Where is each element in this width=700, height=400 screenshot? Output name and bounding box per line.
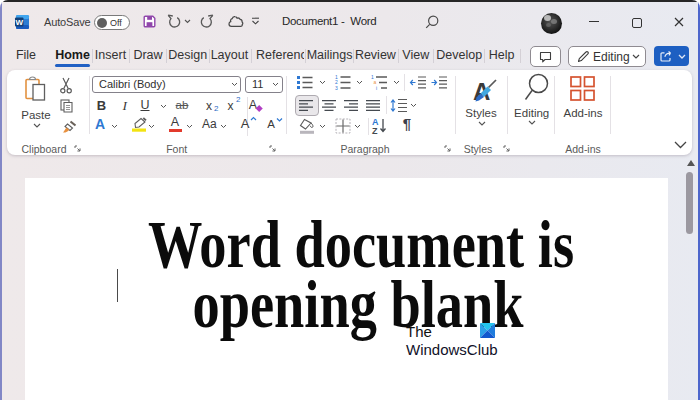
svg-text:Z: Z xyxy=(372,126,378,136)
svg-text:i: i xyxy=(376,85,377,91)
svg-text:W: W xyxy=(15,18,23,27)
svg-text:3: 3 xyxy=(335,85,338,91)
